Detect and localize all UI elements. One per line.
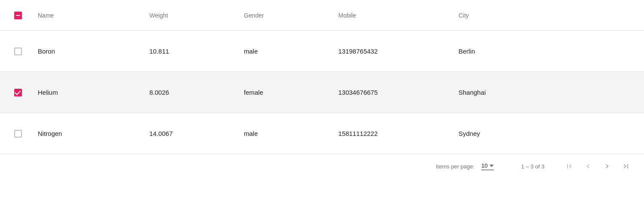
cell-name: Nitrogen: [38, 130, 149, 137]
row-checkbox[interactable]: [14, 130, 22, 138]
cell-gender: male: [244, 130, 338, 137]
row-checkbox-wrapper[interactable]: [10, 126, 26, 141]
cell-city: Berlin: [459, 48, 634, 55]
cell-city: Shanghai: [459, 89, 634, 96]
minus-icon: [14, 12, 22, 19]
cell-name: Helium: [38, 89, 149, 96]
table-row: Helium 8.0026 female 13034676675 Shangha…: [0, 72, 644, 113]
dropdown-arrow-icon: [489, 165, 494, 167]
column-header-gender: Gender: [244, 12, 338, 19]
cell-mobile: 13198765432: [338, 48, 459, 55]
table-row: Boron 10.811 male 13198765432 Berlin: [0, 31, 644, 72]
column-header-mobile: Mobile: [338, 12, 459, 19]
first-page-icon: [565, 162, 574, 171]
cell-weight: 8.0026: [149, 89, 244, 96]
next-page-icon: [603, 162, 611, 171]
cell-mobile: 15811112222: [338, 130, 459, 137]
cell-weight: 10.811: [149, 48, 244, 55]
header-checkbox-cell: [10, 8, 38, 23]
row-checkbox[interactable]: [14, 89, 22, 96]
table-header-row: Name Weight Gender Mobile City: [0, 0, 644, 31]
cell-gender: male: [244, 48, 338, 55]
last-page-icon: [622, 162, 630, 171]
cell-gender: female: [244, 89, 338, 96]
row-checkbox-cell: [10, 85, 38, 100]
row-checkbox-wrapper[interactable]: [10, 85, 26, 100]
column-header-city: City: [459, 12, 634, 19]
row-checkbox-wrapper[interactable]: [10, 44, 26, 59]
header-checkbox[interactable]: [10, 8, 26, 23]
table-body: Boron 10.811 male 13198765432 Berlin Hel…: [0, 31, 644, 154]
pagination-range-text: 1 – 3 of 3: [521, 163, 544, 170]
items-per-page-label: Items per page:: [436, 163, 474, 170]
last-page-button[interactable]: [618, 159, 634, 174]
cell-mobile: 13034676675: [338, 89, 459, 96]
column-header-weight: Weight: [149, 12, 244, 19]
items-per-page-select[interactable]: 10: [481, 162, 493, 170]
next-page-button[interactable]: [599, 159, 615, 174]
pagination-bar: Items per page: 10 1 – 3 of 3: [0, 154, 644, 178]
items-per-page-value: 10: [481, 162, 487, 169]
row-checkbox-cell: [10, 126, 38, 141]
cell-city: Sydney: [459, 130, 634, 137]
row-checkbox[interactable]: [14, 48, 22, 55]
data-table: Name Weight Gender Mobile City Boron 10.…: [0, 0, 644, 222]
first-page-button[interactable]: [562, 159, 577, 174]
table-row: Nitrogen 14.0067 male 15811112222 Sydney: [0, 113, 644, 154]
cell-weight: 14.0067: [149, 130, 244, 137]
prev-page-button[interactable]: [580, 159, 596, 174]
cell-name: Boron: [38, 48, 149, 55]
column-header-name: Name: [38, 12, 149, 19]
row-checkbox-cell: [10, 44, 38, 59]
prev-page-icon: [584, 162, 592, 171]
